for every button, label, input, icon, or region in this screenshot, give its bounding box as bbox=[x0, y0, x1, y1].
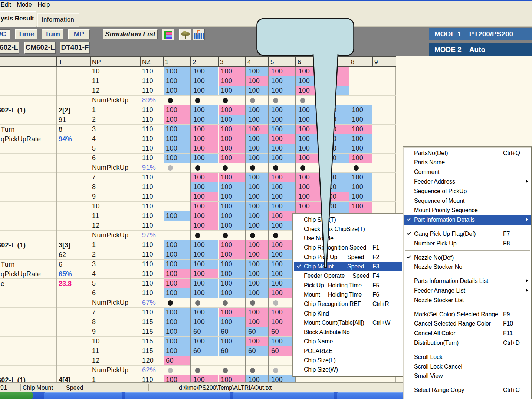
svg-text:F: F bbox=[196, 30, 200, 36]
